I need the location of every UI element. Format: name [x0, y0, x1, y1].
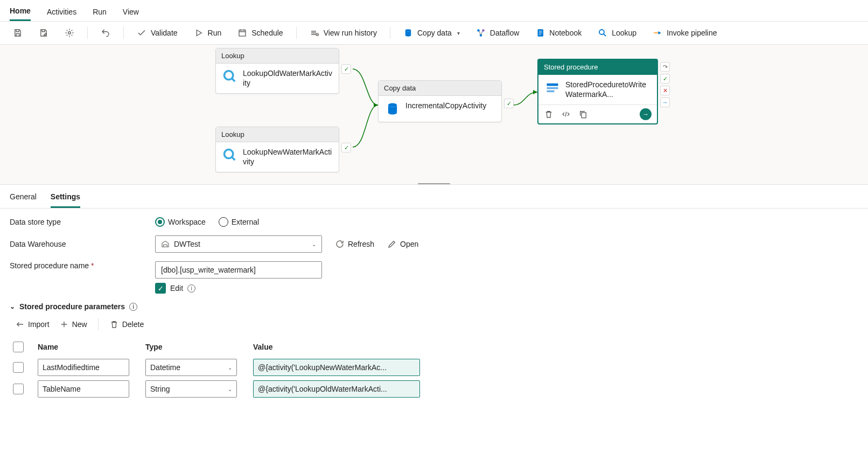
checkbox-edit[interactable]: ✓ [155, 283, 166, 294]
activity-name: IncrementalCopyActivity [405, 101, 486, 111]
param-type-select[interactable]: String⌄ [145, 380, 237, 398]
ribbon-tab-view[interactable]: View [123, 1, 139, 20]
search-icon [222, 148, 237, 163]
param-name-input[interactable]: TableName [38, 380, 129, 398]
label-sproc-name: Stored procedure name [10, 261, 134, 270]
activity-name: LookupOldWaterMarkActivity [243, 69, 332, 88]
delete-label: Delete [122, 320, 144, 329]
param-value-input[interactable]: @{activity('LookupOldWaterMarkActi... [253, 380, 420, 398]
copy-icon[interactable] [578, 109, 588, 119]
calendar-icon [237, 28, 247, 38]
pipeline-canvas[interactable]: Lookup LookupOldWaterMarkActivity ✓ Look… [0, 45, 868, 185]
open-label: Open [400, 240, 418, 248]
schedule-label: Schedule [251, 29, 283, 37]
radio-mark-icon [219, 217, 228, 227]
svg-marker-10 [533, 90, 537, 94]
section-sproc-params[interactable]: ⌄ Stored procedure parameters i [10, 302, 858, 311]
chevron-down-icon: ⌄ [228, 386, 232, 392]
chevron-down-icon: ⌄ [312, 241, 316, 247]
invoke-pipeline-button[interactable]: Invoke pipeline [647, 25, 722, 41]
refresh-icon [335, 239, 345, 249]
param-type-value: Datetime [150, 363, 180, 372]
ribbon-tab-home[interactable]: Home [10, 0, 31, 21]
validate-button[interactable]: Validate [131, 25, 183, 41]
import-button[interactable]: Import [15, 319, 50, 329]
activity-type: Copy data [379, 81, 501, 96]
param-value-input[interactable]: @{activity('LookupNewWaterMarkAc... [253, 359, 420, 376]
svg-rect-17 [582, 113, 586, 118]
delete-button[interactable]: Delete [109, 319, 144, 329]
copy-data-button[interactable]: Copy data ▾ [398, 25, 465, 41]
pipeline-icon [653, 28, 662, 38]
checkbox-select-all[interactable] [13, 342, 24, 352]
info-icon[interactable]: i [129, 303, 137, 311]
status-complete-badge[interactable]: → [660, 98, 670, 107]
status-success-badge[interactable]: ✓ [341, 64, 351, 74]
row-checkbox[interactable] [13, 362, 24, 373]
toolbar: Validate Run Schedule View run history C… [0, 22, 868, 45]
activity-stored-procedure[interactable]: Stored procedure StoredProceduretoWriteW… [537, 59, 658, 124]
svg-point-0 [68, 32, 71, 34]
save-as-button[interactable] [33, 25, 54, 41]
activity-lookup-old-watermark[interactable]: Lookup LookupOldWaterMarkActivity [215, 48, 339, 94]
dataflow-button[interactable]: Dataflow [471, 25, 524, 41]
go-icon[interactable]: → [640, 108, 652, 120]
select-data-warehouse-value: DWTest [174, 240, 200, 248]
status-fail-badge[interactable]: ✕ [660, 86, 670, 95]
checkbox-edit-label: Edit [170, 284, 183, 293]
tab-general[interactable]: General [10, 185, 37, 208]
run-button[interactable]: Run [188, 25, 227, 41]
invoke-pipeline-label: Invoke pipeline [667, 29, 717, 37]
undo-button[interactable] [95, 25, 116, 41]
status-success-badge[interactable]: ✓ [660, 74, 670, 84]
status-skip-badge[interactable]: ↷ [660, 62, 670, 72]
database-icon [403, 28, 413, 38]
param-name-input[interactable]: LastModifiedtime [38, 359, 129, 376]
params-table: Name Type Value LastModifiedtime Datetim… [10, 337, 858, 400]
activity-copy-data[interactable]: Copy data IncrementalCopyActivity [378, 80, 502, 122]
lookup-label: Lookup [612, 29, 636, 37]
param-type-select[interactable]: Datetime⌄ [145, 359, 237, 376]
row-checkbox[interactable] [13, 384, 24, 394]
save-button[interactable] [8, 25, 28, 41]
ribbon-tabs: Home Activities Run View [0, 0, 868, 22]
table-row: TableName String⌄ @{activity('LookupOldW… [10, 378, 858, 400]
lookup-button[interactable]: Lookup [592, 25, 642, 41]
input-sproc-name[interactable]: [dbo].[usp_write_watermark] [155, 261, 322, 279]
select-data-warehouse[interactable]: DWTest ⌄ [155, 235, 322, 253]
import-icon [15, 319, 25, 329]
radio-external[interactable]: External [219, 217, 259, 227]
status-success-badge[interactable]: ✓ [504, 99, 514, 108]
notebook-button[interactable]: Notebook [530, 25, 587, 41]
schedule-button[interactable]: Schedule [232, 25, 288, 41]
info-icon[interactable]: i [187, 284, 195, 293]
svg-rect-1 [239, 30, 246, 36]
resize-handle[interactable] [418, 183, 450, 184]
delete-icon[interactable] [544, 109, 554, 119]
radio-workspace[interactable]: Workspace [155, 217, 206, 227]
activity-type: Lookup [216, 127, 339, 142]
tab-settings[interactable]: Settings [51, 185, 80, 208]
status-success-badge[interactable]: ✓ [341, 143, 351, 152]
settings-panel: Data store type Workspace External Data … [0, 208, 868, 416]
svg-rect-14 [547, 84, 558, 86]
settings-button[interactable] [59, 25, 80, 41]
open-button[interactable]: Open [387, 239, 418, 249]
plus-icon [59, 319, 69, 329]
activity-name: StoredProceduretoWriteWatermarkA... [565, 80, 650, 99]
ribbon-tab-activities[interactable]: Activities [47, 1, 76, 20]
chevron-down-icon: ⌄ [10, 303, 15, 310]
refresh-button[interactable]: Refresh [335, 239, 374, 249]
activity-lookup-new-watermark[interactable]: Lookup LookupNewWaterMarkActivity [215, 127, 339, 172]
new-label: New [72, 320, 87, 329]
col-header-type: Type [142, 337, 250, 357]
param-name-value: TableName [43, 385, 81, 393]
new-button[interactable]: New [59, 319, 87, 329]
svg-rect-15 [547, 87, 558, 89]
svg-point-6 [480, 34, 482, 37]
svg-point-12 [225, 150, 233, 158]
code-icon[interactable] [561, 109, 571, 119]
view-history-button[interactable]: View run history [304, 25, 382, 41]
ribbon-tab-run[interactable]: Run [93, 1, 107, 20]
run-label: Run [208, 29, 222, 37]
